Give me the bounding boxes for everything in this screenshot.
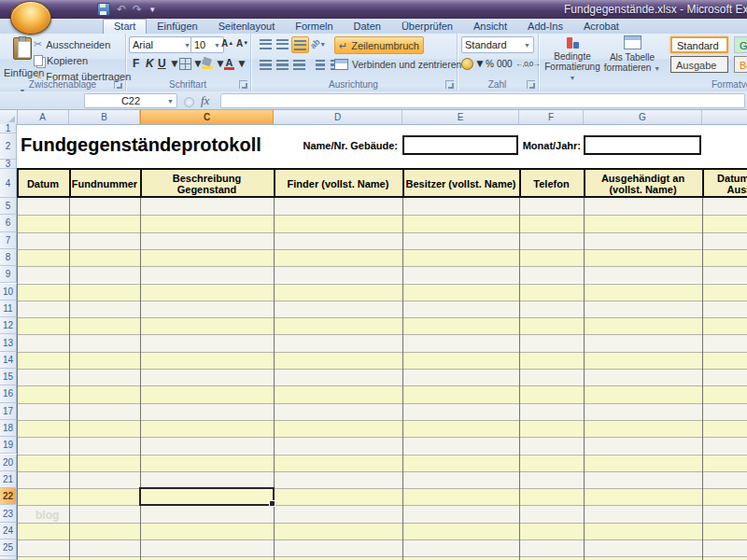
cell-H8[interactable] xyxy=(702,249,747,266)
cell-B14[interactable] xyxy=(69,352,140,369)
name-box[interactable]: C22 ▼ xyxy=(84,93,177,108)
cell-F7[interactable] xyxy=(519,232,584,249)
cell-B4[interactable] xyxy=(69,169,140,198)
row-header-20[interactable]: 20 xyxy=(0,455,17,471)
row-header-19[interactable]: 19 xyxy=(0,437,17,454)
cell-E8[interactable] xyxy=(402,249,519,266)
grow-font-button[interactable]: A▲ xyxy=(221,35,233,50)
cell-C23[interactable] xyxy=(140,505,274,522)
cell-G23[interactable] xyxy=(584,505,702,522)
row-header-2[interactable]: 2 xyxy=(0,133,17,160)
cell-B24[interactable] xyxy=(69,523,140,539)
cell-E9[interactable] xyxy=(402,266,519,283)
tab--berpr-fen[interactable]: Überprüfen xyxy=(391,19,463,34)
tab-formeln[interactable]: Formeln xyxy=(285,19,343,34)
cell-G16[interactable] xyxy=(584,385,702,402)
cell-B10[interactable] xyxy=(69,284,140,301)
cell-C14[interactable] xyxy=(140,352,274,369)
row-header-6[interactable]: 6 xyxy=(0,215,17,231)
fill-handle[interactable] xyxy=(269,500,275,507)
alignment-dialog-launcher-icon[interactable] xyxy=(445,80,454,89)
cell-D25[interactable] xyxy=(274,539,402,556)
borders-icon[interactable] xyxy=(179,56,191,71)
cell-F12[interactable] xyxy=(519,317,584,334)
font-color-icon[interactable]: A xyxy=(224,56,234,71)
cell-E18[interactable] xyxy=(402,420,519,437)
cell-D6[interactable] xyxy=(274,215,402,231)
comma-style-button[interactable]: 000 xyxy=(497,56,513,71)
cell-G25[interactable] xyxy=(584,539,702,556)
cell-D17[interactable] xyxy=(274,403,402,420)
row-header-3[interactable]: 3 xyxy=(0,160,17,169)
cell-F22[interactable] xyxy=(519,488,584,505)
cell-A14[interactable] xyxy=(17,352,69,369)
cell-B12[interactable] xyxy=(69,317,140,334)
font-size-combo[interactable]: 10▼ xyxy=(190,36,224,53)
cell-H4[interactable] xyxy=(702,169,747,198)
row-header-18[interactable]: 18 xyxy=(0,420,17,437)
cell-F4[interactable] xyxy=(519,169,584,198)
cell-C24[interactable] xyxy=(140,523,274,539)
cell-A13[interactable] xyxy=(17,334,69,351)
accounting-dropdown-icon[interactable]: ▼ xyxy=(474,56,486,71)
align-top-button[interactable] xyxy=(258,36,274,51)
cell-F8[interactable] xyxy=(519,249,584,266)
underline-button[interactable]: U xyxy=(158,56,166,71)
cell-E6[interactable] xyxy=(402,215,519,231)
cell-C6[interactable] xyxy=(140,215,274,231)
cell-B9[interactable] xyxy=(69,266,140,283)
number-format-combo[interactable]: Standard▼ xyxy=(461,36,534,53)
cell-B18[interactable] xyxy=(69,420,140,437)
font-name-combo[interactable]: Arial▼ xyxy=(129,36,194,53)
cell-D20[interactable] xyxy=(274,455,402,471)
row-header-14[interactable]: 14 xyxy=(0,352,17,369)
cell-H20[interactable] xyxy=(702,455,747,471)
cell-E15[interactable] xyxy=(402,369,519,385)
cell-B19[interactable] xyxy=(69,437,140,454)
cell-A24[interactable] xyxy=(17,523,69,539)
cell-C25[interactable] xyxy=(140,539,274,556)
cell-E14[interactable] xyxy=(402,352,519,369)
cell-C21[interactable] xyxy=(140,471,274,488)
conditional-formatting-button[interactable]: Bedingte Formatierung ▼ xyxy=(543,35,601,78)
cell-D24[interactable] xyxy=(274,523,402,539)
format-as-table-button[interactable]: Als Tabelle formatieren ▼ xyxy=(603,35,661,78)
cell-H11[interactable] xyxy=(702,301,747,317)
italic-button[interactable]: K xyxy=(146,56,154,71)
align-bottom-button[interactable] xyxy=(291,36,309,53)
cell-A9[interactable] xyxy=(17,266,69,283)
cell-E22[interactable] xyxy=(402,488,519,505)
column-header-D[interactable]: D xyxy=(274,110,402,124)
cell-F20[interactable] xyxy=(519,455,584,471)
cell-H9[interactable] xyxy=(702,266,747,283)
cell-A11[interactable] xyxy=(17,301,69,317)
row-header-24[interactable]: 24 xyxy=(0,523,17,539)
cell-A8[interactable] xyxy=(17,249,69,266)
cell-A6[interactable] xyxy=(17,215,69,231)
tab-start[interactable]: Start xyxy=(103,19,147,35)
increase-decimal-icon[interactable]: ←,0 xyxy=(515,56,528,71)
row-header-5[interactable]: 5 xyxy=(0,198,17,215)
column-header-F[interactable]: F xyxy=(519,110,584,124)
undo-icon[interactable]: ↶ xyxy=(117,4,126,15)
cell-G20[interactable] xyxy=(584,455,702,471)
copy-button[interactable]: Kopieren xyxy=(32,53,90,67)
row-header-15[interactable]: 15 xyxy=(0,369,17,385)
cell-H10[interactable] xyxy=(702,284,747,301)
cell-F10[interactable] xyxy=(519,284,584,301)
cell-E12[interactable] xyxy=(402,317,519,334)
cell-E24[interactable] xyxy=(402,523,519,539)
cell-G18[interactable] xyxy=(584,420,702,437)
tab-acrobat[interactable]: Acrobat xyxy=(573,19,629,34)
cell-A12[interactable] xyxy=(17,317,69,334)
cell-style-gut[interactable]: Gut xyxy=(734,36,747,53)
merge-center-button[interactable]: Verbinden und zentrieren ▼ xyxy=(334,57,472,72)
cell-A21[interactable] xyxy=(17,471,69,488)
cell-D21[interactable] xyxy=(274,471,402,488)
cell-G22[interactable] xyxy=(584,488,702,505)
cell-D23[interactable] xyxy=(274,505,402,522)
cell-D22[interactable] xyxy=(274,488,402,505)
cell-E10[interactable] xyxy=(402,284,519,301)
cell-A20[interactable] xyxy=(17,455,69,471)
cell-D11[interactable] xyxy=(274,301,402,317)
